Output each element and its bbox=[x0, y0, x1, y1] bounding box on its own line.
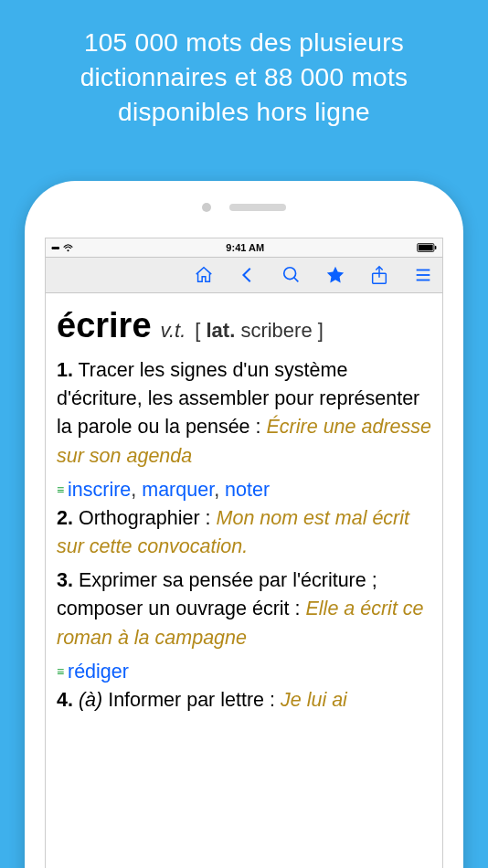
svg-rect-1 bbox=[419, 245, 433, 251]
svg-point-3 bbox=[284, 268, 296, 280]
definition: Informer par lettre : bbox=[108, 689, 275, 711]
screen: ••••• 9:41 AM bbox=[45, 238, 443, 868]
camera-dot bbox=[202, 203, 211, 212]
sense-number: 4. bbox=[57, 689, 73, 711]
synonym-link[interactable]: inscrire bbox=[68, 479, 131, 501]
toolbar bbox=[46, 257, 442, 293]
star-icon[interactable] bbox=[325, 265, 345, 285]
home-icon[interactable] bbox=[194, 265, 214, 285]
synonym-link[interactable]: rédiger bbox=[68, 661, 129, 683]
signal-icon: ••••• bbox=[51, 243, 58, 253]
share-icon[interactable] bbox=[369, 265, 389, 285]
syn-marker-icon: ≡ bbox=[57, 665, 66, 678]
back-icon[interactable] bbox=[238, 265, 258, 285]
syn-marker-icon: ≡ bbox=[57, 483, 66, 496]
sense-3: 3. Exprimer sa pensée par l'écriture ; c… bbox=[57, 566, 431, 652]
part-of-speech: v.t. bbox=[161, 316, 186, 345]
headword: écrire bbox=[57, 301, 152, 351]
example: Je lui ai bbox=[281, 689, 347, 711]
synonym-link[interactable]: marquer bbox=[142, 479, 214, 501]
definition: Orthographier : bbox=[79, 507, 211, 529]
entry-head: écrire v.t. [ lat. scribere ] bbox=[57, 301, 431, 351]
sense-number: 2. bbox=[57, 507, 73, 529]
speaker-slot bbox=[229, 204, 286, 211]
sense-1: 1. Tracer les signes d'un système d'écri… bbox=[57, 356, 431, 471]
entry-content: écrire v.t. [ lat. scribere ] 1. Tracer … bbox=[46, 293, 442, 868]
synonym-link[interactable]: noter bbox=[225, 479, 270, 501]
search-icon[interactable] bbox=[281, 265, 302, 285]
status-right bbox=[417, 243, 437, 252]
status-time: 9:41 AM bbox=[226, 242, 264, 253]
synonyms-1: ≡inscrire, marquer, noter bbox=[57, 476, 431, 504]
menu-icon[interactable] bbox=[413, 265, 433, 285]
promo-text: 105 000 mots des plusieurs dictionnaires… bbox=[0, 0, 488, 147]
svg-line-4 bbox=[294, 278, 299, 282]
phone-frame: ••••• 9:41 AM bbox=[25, 181, 463, 868]
sense-number: 3. bbox=[57, 569, 73, 591]
etymology: [ lat. scribere ] bbox=[195, 316, 324, 345]
battery-icon bbox=[417, 243, 437, 252]
status-bar: ••••• 9:41 AM bbox=[46, 238, 442, 257]
wifi-icon bbox=[62, 243, 74, 252]
svg-rect-2 bbox=[435, 246, 437, 249]
sense-4: 4. (à) Informer par lettre : Je lui ai bbox=[57, 686, 431, 715]
status-left: ••••• bbox=[51, 243, 74, 253]
usage-marker: (à) bbox=[79, 689, 102, 711]
phone-hardware-top bbox=[25, 203, 463, 212]
sense-2: 2. Orthographier : Mon nom est mal écrit… bbox=[57, 504, 431, 561]
synonyms-3: ≡rédiger bbox=[57, 658, 431, 686]
sense-number: 1. bbox=[57, 359, 73, 381]
